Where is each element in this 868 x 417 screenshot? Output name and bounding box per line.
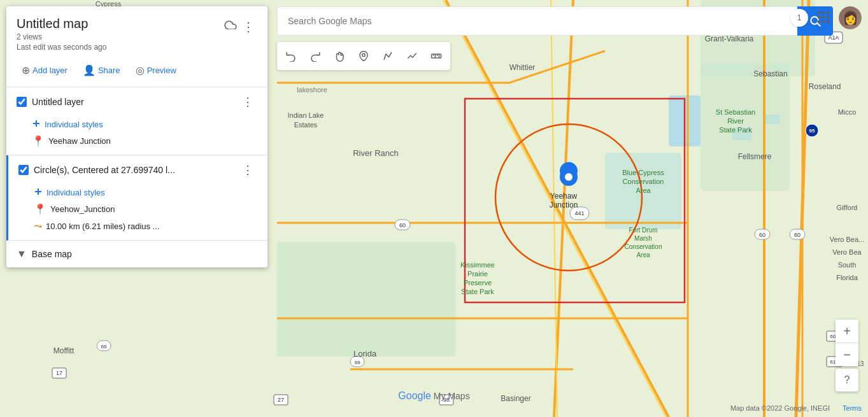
svg-text:Estates: Estates [294, 121, 318, 129]
directions-button[interactable] [401, 45, 423, 67]
pin-icon-yeehaw: 📍 [32, 135, 45, 147]
pan-button[interactable] [328, 45, 351, 67]
top-right-controls: 1 👩 [790, 6, 862, 29]
layer-name-untitled: Untitled layer [32, 97, 233, 107]
svg-text:Marsh: Marsh [634, 235, 652, 242]
svg-text:60: 60 [759, 232, 765, 238]
redo-button[interactable] [304, 45, 327, 67]
svg-text:Florida: Florida [836, 274, 858, 281]
ruler-icon [430, 50, 442, 62]
radius-item[interactable]: ⤳ 10.00 km (6.21 miles) radius ... [8, 218, 267, 235]
layer-name-circle: Circle(s), Centered at 27.699740 l... [34, 165, 233, 175]
svg-text:Area: Area [636, 187, 651, 194]
apps-grid-button[interactable] [813, 7, 834, 29]
svg-point-44 [565, 173, 573, 181]
svg-text:River Ranch: River Ranch [353, 148, 399, 158]
measure-button[interactable] [425, 45, 448, 67]
base-map-section[interactable]: ▼ Base map [6, 241, 267, 267]
map-last-edit: Last edit was seconds ago [17, 43, 106, 52]
user-avatar[interactable]: 👩 [839, 6, 862, 29]
svg-rect-112 [827, 16, 829, 18]
svg-text:Micco: Micco [838, 108, 857, 116]
svg-rect-109 [827, 11, 829, 14]
location-yeehow-junction[interactable]: 📍 Yeehow_Junction [8, 201, 267, 218]
my-maps-text: My Maps [431, 391, 470, 401]
style-link-untitled: Individual styles [45, 120, 103, 129]
svg-text:Conservation: Conservation [625, 243, 662, 250]
svg-text:State Park: State Park [719, 126, 752, 134]
svg-text:Yeehaw: Yeehaw [550, 192, 578, 201]
map-views: 2 views [17, 32, 106, 41]
svg-text:Junction: Junction [550, 201, 578, 209]
radius-icon: ⤳ [34, 220, 42, 232]
add-layer-button[interactable]: ⊕ Add layer [17, 62, 73, 79]
zoom-controls: + − [836, 320, 858, 366]
path-icon [382, 50, 394, 62]
svg-rect-6 [277, 242, 455, 357]
chevron-down-icon: ▼ [17, 248, 27, 260]
svg-rect-113 [818, 20, 820, 23]
pin-button[interactable] [352, 45, 375, 67]
layer-menu-btn-circle[interactable]: ⋮ [238, 162, 257, 178]
pin-icon [358, 50, 369, 62]
terms-link[interactable]: Terms [843, 404, 862, 412]
hand-icon [334, 50, 345, 62]
layer-circle: Circle(s), Centered at 27.699740 l... ⋮ … [6, 155, 267, 241]
map-title: Untitled map [17, 17, 106, 31]
svg-rect-115 [827, 20, 829, 23]
svg-text:Vero Bea: Vero Bea [832, 248, 862, 256]
svg-text:Preserve: Preserve [464, 279, 492, 286]
layer-header-untitled: Untitled layer ⋮ [6, 87, 267, 117]
draw-line-button[interactable] [376, 45, 399, 67]
svg-text:River: River [727, 117, 744, 125]
layer-style-item-circle[interactable]: Individual styles [8, 185, 267, 201]
svg-rect-114 [822, 20, 825, 23]
layer-untitled: Untitled layer ⋮ Individual styles 📍 Yee… [6, 87, 267, 155]
svg-text:95: 95 [809, 128, 815, 134]
layer-style-item-untitled[interactable]: Individual styles [6, 117, 267, 132]
svg-text:Moffitt: Moffitt [53, 346, 75, 355]
svg-text:Prairie: Prairie [467, 270, 488, 278]
preview-button[interactable]: ◎ Preview [131, 62, 181, 79]
svg-text:27: 27 [278, 397, 284, 403]
layer-menu-btn-untitled[interactable]: ⋮ [238, 94, 257, 110]
google-text: Google [398, 390, 431, 401]
svg-rect-110 [818, 16, 820, 18]
svg-text:60: 60 [399, 222, 406, 229]
sidebar-actions: ⊕ Add layer 👤 Share ◎ Preview [6, 57, 267, 87]
svg-text:Whittier: Whittier [509, 63, 536, 72]
undo-button[interactable] [280, 45, 302, 67]
map-menu-button[interactable]: ⋮ [239, 17, 257, 37]
svg-text:Gifford: Gifford [837, 204, 858, 211]
svg-point-101 [362, 53, 366, 57]
radius-text: 10.00 km (6.21 miles) radius ... [46, 222, 159, 231]
location-yeehaw[interactable]: 📍 Yeehaw Junction [6, 132, 267, 150]
search-input[interactable] [277, 6, 797, 36]
route-icon [406, 50, 418, 62]
eye-icon: ◎ [136, 64, 145, 76]
layer-checkbox-untitled[interactable] [17, 97, 27, 107]
sidebar-header: Untitled map 2 views Last edit was secon… [6, 6, 267, 57]
undo-icon [285, 50, 297, 62]
svg-text:60: 60 [794, 232, 800, 238]
redo-icon [309, 50, 321, 62]
svg-rect-111 [822, 16, 825, 18]
google-logo: Google My Maps [398, 390, 469, 402]
svg-text:Vero Bea...: Vero Bea... [830, 236, 864, 243]
svg-text:Grant-Valkaria: Grant-Valkaria [705, 34, 754, 43]
svg-text:Conservation: Conservation [623, 178, 664, 185]
zoom-out-button[interactable]: − [836, 343, 858, 366]
location-name-yeehaw: Yeehaw Junction [48, 136, 111, 146]
svg-text:South: South [838, 261, 857, 269]
svg-text:Sebastian: Sebastian [753, 69, 787, 78]
zoom-in-button[interactable]: + [836, 320, 858, 343]
svg-text:lakeshore: lakeshore [297, 86, 327, 94]
share-button[interactable]: 👤 Share [78, 62, 125, 79]
help-button[interactable]: ? [836, 369, 858, 392]
svg-text:66: 66 [101, 344, 107, 350]
svg-text:Indian Lake: Indian Lake [288, 111, 324, 119]
layer-checkbox-circle[interactable] [18, 165, 29, 175]
layer-header-circle: Circle(s), Centered at 27.699740 l... ⋮ [8, 155, 267, 185]
pin-icon-yeehow: 📍 [34, 203, 46, 215]
notification-badge: 1 [790, 9, 808, 27]
